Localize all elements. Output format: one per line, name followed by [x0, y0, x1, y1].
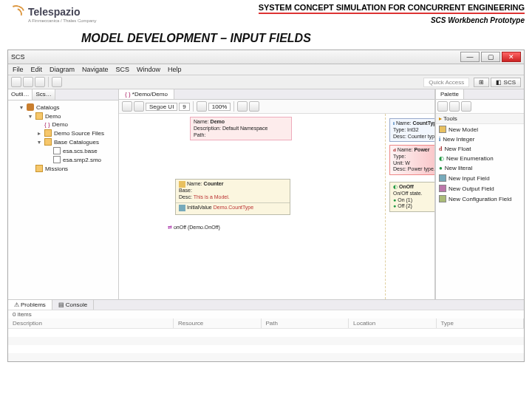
- menu-diagram[interactable]: Diagram: [50, 66, 75, 73]
- input-field-icon: [439, 174, 446, 182]
- marquee-icon[interactable]: [449, 101, 460, 112]
- model-icon: [439, 126, 446, 133]
- menu-navigate[interactable]: Navigate: [82, 66, 109, 73]
- snap-icon[interactable]: [249, 101, 259, 112]
- build-icon[interactable]: [35, 77, 45, 87]
- minimize-view-icon[interactable]: [108, 89, 118, 100]
- editor-panel: { } *Demo/Demo Segoe UI 9 100% Name: Dem…: [119, 89, 435, 299]
- menubar: File Edit Diagram Navigate SCS Window He…: [8, 64, 524, 75]
- port-label[interactable]: ⇄ onOff (Demo.OnOff): [165, 223, 223, 233]
- model-icon: [179, 181, 185, 188]
- diagram-canvas[interactable]: Name: Demo Description: Default Namespac…: [119, 114, 434, 299]
- palette-new-input[interactable]: New Input Field: [436, 173, 524, 183]
- italic-icon[interactable]: [134, 101, 144, 112]
- tree-item[interactable]: Demo: [52, 121, 68, 128]
- outline-panel: Outli… Scs… ▾Catalogs ▾Demo { }Demo ▸Dem…: [8, 89, 119, 299]
- logo-tagline: A Finmeccanica / Thales Company: [28, 18, 97, 23]
- logo: Telespazio A Finmeccanica / Thales Compa…: [7, 3, 97, 24]
- problems-rows: [8, 329, 524, 361]
- float-icon: d: [439, 146, 442, 152]
- perspective-scs[interactable]: ◧ SCS: [491, 78, 521, 87]
- close-button[interactable]: ✕: [502, 52, 521, 62]
- system-title: SYSTEM CONCEPT SIMULATION FOR CONCURRENT…: [259, 3, 525, 14]
- bottom-panel: ⚠Problems ▤Console 0 items Description R…: [8, 299, 524, 361]
- maximize-button[interactable]: ▢: [481, 52, 500, 62]
- menu-file[interactable]: File: [13, 66, 24, 73]
- tree-item[interactable]: esa.scs.base: [63, 148, 98, 154]
- grid-icon[interactable]: [237, 101, 248, 112]
- open-perspective-button[interactable]: ⊞: [474, 78, 489, 87]
- config-field-icon: [439, 195, 446, 202]
- palette-new-literal[interactable]: ●New literal: [436, 163, 524, 173]
- tab-console[interactable]: ▤Console: [52, 300, 94, 310]
- palette-new-output[interactable]: New Output Field: [436, 183, 524, 194]
- palette-new-model[interactable]: New Model: [436, 124, 524, 134]
- tab-palette[interactable]: Palette: [436, 89, 464, 99]
- palette-new-enum[interactable]: ◐New Enumeration: [436, 154, 524, 163]
- onoff-node[interactable]: ◐ OnOff On/Off state. ● On (1) ● Off (2): [389, 182, 434, 212]
- field-icon: [179, 205, 185, 211]
- palette-new-config[interactable]: New Configuration Field: [436, 194, 524, 204]
- logo-swirl-icon: [7, 5, 25, 23]
- size-selector[interactable]: 9: [179, 103, 189, 111]
- tree-item[interactable]: Missions: [45, 166, 68, 172]
- folder-icon: [44, 129, 52, 137]
- problems-count: 0 items: [8, 310, 524, 318]
- new-icon[interactable]: [11, 77, 21, 87]
- tab-problems[interactable]: ⚠Problems: [8, 300, 52, 310]
- note-icon[interactable]: [461, 101, 471, 112]
- palette-new-float[interactable]: dNew Float: [436, 144, 524, 154]
- sub-title: SCS Workbench Prototype: [259, 14, 525, 24]
- problems-icon: ⚠: [14, 301, 19, 308]
- page-title: MODEL DEVELOPMENT – INPUT FIELDS: [0, 24, 532, 50]
- folder-icon: [44, 138, 52, 146]
- literal-icon: ●: [393, 203, 396, 208]
- file-icon: [53, 147, 61, 154]
- main-toolbar: Quick Access ⊞ ◧ SCS: [8, 75, 524, 89]
- menu-window[interactable]: Window: [137, 66, 160, 73]
- link-editor-icon[interactable]: [98, 89, 108, 100]
- zoom-selector[interactable]: 100%: [208, 103, 231, 111]
- font-selector[interactable]: Segoe UI: [146, 103, 177, 111]
- outline-tree[interactable]: ▾Catalogs ▾Demo { }Demo ▸Demo Source Fil…: [8, 100, 118, 299]
- editor-tab[interactable]: { } *Demo/Demo: [119, 89, 174, 99]
- enum-icon: ◐: [393, 184, 398, 189]
- output-field-icon: [439, 185, 446, 192]
- tree-item[interactable]: Base Catalogues: [54, 139, 99, 146]
- palette-new-integer[interactable]: iNew Integer: [436, 134, 524, 144]
- folder-icon: [35, 112, 43, 120]
- enum-icon: ◐: [439, 155, 444, 162]
- menu-help[interactable]: Help: [168, 66, 182, 73]
- power-node[interactable]: d Name: Power Type: Unit: W Desc: Power …: [389, 145, 434, 175]
- palette-panel: Palette ▸ Tools New Model iNew Integer d…: [435, 89, 524, 299]
- quick-access[interactable]: Quick Access: [423, 78, 469, 87]
- bold-icon[interactable]: [122, 101, 132, 112]
- integer-icon: i: [393, 120, 395, 126]
- tab-scs[interactable]: Scs…: [33, 89, 55, 100]
- tree-item[interactable]: esa.smp2.smo: [63, 157, 101, 163]
- literal-icon: ●: [439, 165, 443, 171]
- namespace-node[interactable]: Name: Demo Description: Default Namespac…: [190, 117, 292, 140]
- tree-item[interactable]: Demo: [45, 113, 61, 120]
- minimize-button[interactable]: —: [460, 52, 480, 62]
- save-icon[interactable]: [23, 77, 33, 87]
- menu-edit[interactable]: Edit: [31, 66, 43, 73]
- tree-item[interactable]: Demo Source Files: [54, 130, 104, 137]
- window-title: SCS: [11, 53, 25, 61]
- counttype-node[interactable]: i Name: CountType Type: Int32 Desc: Coun…: [389, 118, 434, 142]
- menu-scs[interactable]: SCS: [116, 66, 130, 73]
- align-icon[interactable]: [197, 101, 207, 112]
- scs-icon: ◧: [496, 79, 502, 86]
- app-window: SCS — ▢ ✕ File Edit Diagram Navigate SCS…: [7, 50, 525, 362]
- counter-node[interactable]: Name: Counter Base: Desc: This is a Mode…: [175, 179, 290, 215]
- titlebar: SCS — ▢ ✕: [8, 50, 524, 64]
- catalog-icon: [27, 103, 34, 111]
- problems-header: Description Resource Path Location Type: [8, 318, 524, 329]
- run-icon[interactable]: [52, 77, 62, 87]
- palette-section[interactable]: ▸ Tools: [436, 114, 524, 124]
- editor-toolbar: Segoe UI 9 100%: [119, 100, 434, 114]
- pointer-icon[interactable]: [437, 101, 448, 112]
- tab-outline[interactable]: Outli…: [8, 89, 33, 100]
- folder-icon: [35, 165, 43, 172]
- float-icon: d: [393, 147, 396, 153]
